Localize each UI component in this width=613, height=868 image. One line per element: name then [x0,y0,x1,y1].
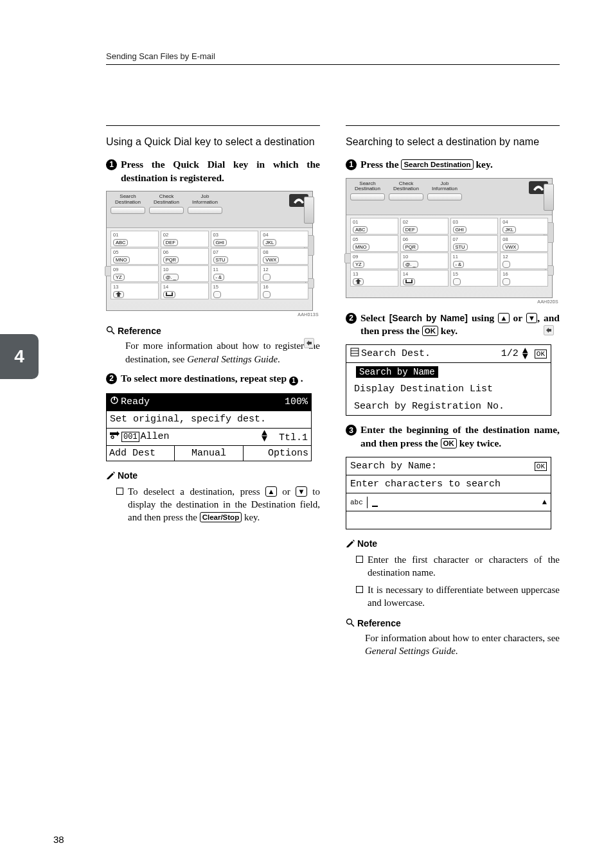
quickdial-key-08[interactable]: 08VWX [260,248,308,265]
section-title-search: Searching to select a destination by nam… [346,135,560,149]
quickdial-key-14[interactable]: 14Space [161,283,209,299]
step-2-left: 2 To select more destinations, repeat st… [106,372,320,385]
lcd-option-search-by-name[interactable]: Search by Name [346,363,551,380]
softkey-options[interactable]: Options [244,446,311,461]
check-destination-key[interactable]: CheckDestination [389,181,423,201]
lcd-search-input: Search by Name: OK Enter characters to s… [346,457,551,529]
quickdial-key-03[interactable]: 03GHI [211,231,259,247]
down-key: ▼ [526,313,537,323]
up-key: ▲ [498,313,509,323]
quickdial-key-03[interactable]: 03GHI [450,218,499,235]
text-cursor [372,498,378,507]
lcd-destination-row: 001 Allen ▲▼ Ttl.1 [107,429,311,446]
quickdial-key-15[interactable]: 15 Symbols [211,283,259,299]
ok-key: OK [422,326,438,336]
quickdial-key-01[interactable]: 01ABC [111,231,159,247]
page: Sending Scan Files by E-mail 4 38 Using … [0,0,613,868]
quickdial-key-06[interactable]: 06PQR [161,248,209,265]
quickdial-key-04[interactable]: 04JKL [500,218,548,235]
quickdial-key-02[interactable]: 02DEF [400,218,449,235]
lcd-percent: 100% [285,396,308,407]
note-icon [346,538,355,549]
list-icon [350,348,359,360]
up-key: ▲ [265,486,276,497]
quickdial-key-16[interactable]: 16 [260,283,308,299]
figure-id-left: AAH013S [106,312,319,317]
reference-icon [106,326,115,337]
section-rule-left [106,125,320,126]
check-destination-key[interactable]: CheckDestination [149,194,184,214]
quickdial-key-11[interactable]: 11- & [211,265,259,282]
lcd-option-display-list[interactable]: Display Destination List [346,380,551,398]
note-list-left: To deselect a destination, press ▲ or ▼ … [116,485,320,524]
note-item-case: It is necessary to differentiate between… [356,583,560,610]
ok-indicator: OK [535,462,547,471]
quickdial-key-05[interactable]: 05MNO [111,248,159,265]
ok-key: OK [441,438,457,448]
left-column: Using a Quick Dial key to select a desti… [106,125,320,658]
quickdial-key-08[interactable]: 08VWX [500,235,548,252]
panel-side-slot-top [304,197,314,224]
lcd-input-field[interactable]: abc ▲ [346,493,551,511]
quickdial-key-13[interactable]: 13Shift [111,283,159,299]
quickdial-key-11[interactable]: 11- & [450,252,499,269]
reference-body-left: For more information about how to regist… [125,339,320,366]
lcd-status-row: Ready 100% [107,394,311,411]
job-information-key[interactable]: JobInformation [427,181,462,201]
running-header: Sending Scan Files by E-mail [106,51,215,61]
note-heading-left: Note [106,470,320,481]
search-destination-key[interactable]: SearchDestination [111,194,145,214]
step-2-right-text: Select [Search by Name] using ▲ or ▼, an… [360,312,560,339]
lcd-page-indicator: 1/2 [501,348,519,359]
quickdial-key-01[interactable]: 01ABC [350,218,398,235]
job-information-key[interactable]: JobInformation [188,194,222,214]
updown-icon: ▲▼ [262,430,267,442]
quickdial-key-14[interactable]: 14Space [400,270,449,287]
bullet-icon [116,488,123,495]
quickdial-key-09[interactable]: 09YZ [111,265,159,282]
quickdial-key-12[interactable]: 12 [260,265,308,282]
quickdial-key-12[interactable]: 12 [500,252,548,269]
quickdial-key-09[interactable]: 09YZ [350,252,398,269]
svg-line-9 [351,624,355,627]
quickdial-key-13[interactable]: 13Shift [350,270,398,287]
keypad-body: 01ABC02DEF03GHI04JKL 05MNO06PQR07STU08VW… [346,215,552,297]
down-key: ▼ [296,486,306,497]
step-3-right: 3 Enter the beginning of the destination… [346,423,560,450]
quickdial-key-07[interactable]: 07STU [450,235,499,252]
search-destination-key[interactable]: SearchDestination [350,181,385,201]
right-column: Searching to select a destination by nam… [346,125,560,658]
quickdial-key-05[interactable]: 05MNO [350,235,398,252]
shift-indicator-icon: ▲ [542,498,547,507]
quickdial-key-07[interactable]: 07STU [211,248,259,265]
lcd-input-instruction: Enter characters to search [346,475,551,493]
step-number-1-icon: 1 [106,159,117,170]
note-icon [106,470,115,481]
step-number-2-icon: 2 [106,373,117,384]
bullet-icon [356,556,363,563]
step-1-right-text: Press the Search Destination key. [360,158,493,172]
lcd-option-search-by-regno[interactable]: Search by Registration No. [346,398,551,415]
quickdial-key-02[interactable]: 02DEF [161,231,209,247]
reference-icon [346,618,355,629]
panel-top-row: SearchDestination CheckDestination JobIn… [107,191,312,228]
quickdial-key-06[interactable]: 06PQR [400,235,449,252]
step-number-1-icon: 1 [346,159,357,170]
reference-heading-right: Reference [346,618,560,629]
lcd-input-empty-row [346,511,551,529]
chapter-tab: 4 [0,334,39,379]
lcd-total: ▲▼ Ttl.1 [262,430,308,443]
lcd-ready: Ready 100% Set original, specify dest. 0… [106,393,312,461]
keypad-body: 01ABC02DEF03GHI04JKL 05MNO06PQR07STU08VW… [107,228,312,310]
softkey-add-dest[interactable]: Add Dest [107,446,175,461]
quickdial-key-04[interactable]: 04JKL [260,231,308,247]
bullet-icon [356,586,363,593]
softkey-manual[interactable]: Manual [175,446,243,461]
page-number: 38 [53,834,64,845]
ref-step-1-icon: 1 [289,376,298,385]
quickdial-key-15[interactable]: 15 Symbols [450,270,499,287]
quickdial-key-10[interactable]: 10@. _ [161,265,209,282]
quickdial-key-16[interactable]: 16 [500,270,548,287]
lcd-title-row: Search Dest. 1/2 ▲▼ OK [346,345,551,363]
quickdial-key-10[interactable]: 10@. _ [400,252,449,269]
